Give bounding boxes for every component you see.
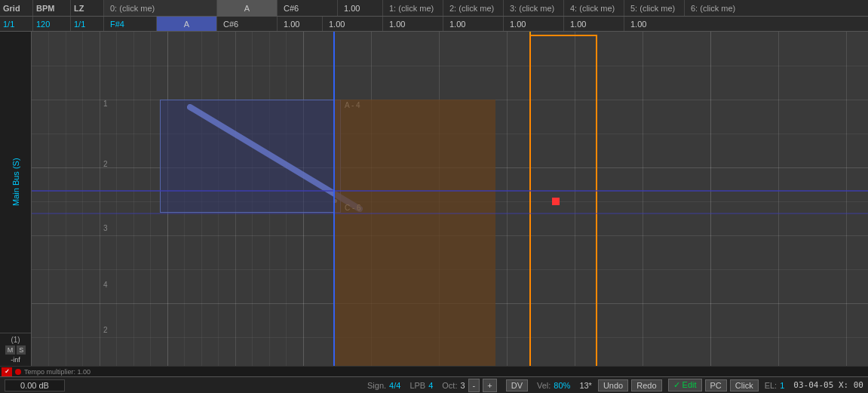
solo-button[interactable]: S [17,345,26,355]
vgrid-11 [643,32,643,366]
sign-label: Sign. [367,381,386,390]
oct-plus-button[interactable]: + [483,379,496,392]
row-marker-3: 3 [103,224,108,232]
tempo-icon-red: ✓ [2,367,12,376]
header-pos100: 1.00 [338,0,383,16]
pc-button[interactable]: PC [705,379,727,391]
header-posC6: C#6 [278,0,338,16]
header-bar: Grid BPM LZ 0: (click me) A C#6 1.00 1: … [0,0,868,17]
sidebar-main-bus-label[interactable]: Main Bus (S) [10,32,22,333]
vgrid-12 [710,32,711,366]
sign-val[interactable]: 4/4 [389,381,400,390]
steps-val: 13* [579,381,592,390]
header-pos6[interactable]: 6: (click me) [685,0,868,16]
row-marker-5: 2 [103,326,108,334]
mute-button[interactable]: M [5,345,16,355]
vgrid-f4 [116,32,117,366]
header-pos5[interactable]: 5: (click me) [624,0,685,16]
header-pos3[interactable]: 3: (click me) [504,0,564,16]
piano-roll[interactable]: 1 2 3 4 2 2 A - 4 C - 6 [32,32,868,366]
val-3-100: 1.00 [443,17,504,31]
selection-rect [529,35,597,366]
vgrid-f2 [66,32,66,366]
vgrid-f6 [150,32,151,366]
dv-button[interactable]: DV [506,379,528,391]
val-note-a[interactable]: A [157,17,217,31]
db-display: 0.00 dB [5,379,65,391]
val-lz[interactable]: 1/1 [71,17,104,31]
vgrid-14 [846,32,847,366]
red-marker [552,198,560,205]
vgrid-f5 [133,32,134,366]
val-6-100: 1.00 [624,17,868,31]
val-1-100: 1.00 [323,17,383,31]
lpb-val[interactable]: 4 [428,381,433,390]
el-label: EL: [765,381,778,390]
click-button[interactable]: Click [730,379,759,391]
vgrid-1 [100,32,100,366]
oct-val: 3 [460,381,465,390]
vgrid-f3 [82,32,83,366]
track-line-lower [32,213,868,214]
val-note-c6[interactable]: C#6 [217,17,278,31]
position-display: 03-04-05 X: 00 [793,380,863,390]
vel-val[interactable]: 80% [554,381,570,390]
val-5-100: 1.00 [564,17,624,31]
header-lz: LZ [71,0,104,16]
val-4-100: 1.00 [504,17,564,31]
edit-button[interactable]: ✓ Edit [668,379,702,391]
header-pos2[interactable]: 2: (click me) [443,0,504,16]
main-area: Main Bus (S) (1) M S -inf [0,32,868,366]
values-row: 1/1 120 1/1 F#4 A C#6 1.00 1.00 1.00 1.0… [0,17,868,32]
header-pos0[interactable]: 0: (click me) [104,0,217,16]
playhead-line [333,32,335,366]
tempo-red-dot [15,369,21,375]
header-pos4[interactable]: 4: (click me) [564,0,624,16]
track-ms-buttons: M S [2,345,29,355]
val-2-100: 1.00 [383,17,443,31]
redo-button[interactable]: Redo [631,379,661,391]
row-marker-1: 1 [103,100,108,108]
val-key[interactable]: F#4 [104,17,157,31]
track-number: (1) [2,336,29,344]
header-bpm: BPM [33,0,71,16]
sidebar-track-info: (1) M S -inf [0,333,31,366]
val-grid[interactable]: 1/1 [0,17,33,31]
status-bar: 0.00 dB Sign. 4/4 LPB 4 Oct: 3 - + DV Ve… [0,376,868,393]
val-vol[interactable]: 1.00 [278,17,323,31]
vgrid-13 [778,32,779,366]
vel-label: Vel: [537,381,551,390]
val-bpm[interactable]: 120 [33,17,71,31]
el-val[interactable]: 1 [780,381,784,390]
sidebar: Main Bus (S) (1) M S -inf [0,32,32,366]
oct-minus-button[interactable]: - [468,379,480,392]
vgrid-f1 [48,32,49,366]
undo-button[interactable]: Undo [598,379,628,391]
header-grid: Grid [0,0,33,16]
oct-label: Oct: [442,381,457,390]
row-marker-2: 2 [103,160,108,168]
row-marker-4: 4 [103,281,108,289]
track-line-upper [32,190,868,192]
tempo-label: Tempo multiplier: 1.00 [24,368,90,376]
track-volume: -inf [2,356,29,364]
hgrid-5 [32,66,868,66]
lpb-label: LPB [409,381,425,390]
header-posA[interactable]: A [217,0,278,16]
tempo-bar: ✓ Tempo multiplier: 1.00 [0,366,868,376]
vgrid-8 [507,32,508,366]
header-pos1[interactable]: 1: (click me) [383,0,443,16]
brown-clip[interactable] [333,100,495,366]
